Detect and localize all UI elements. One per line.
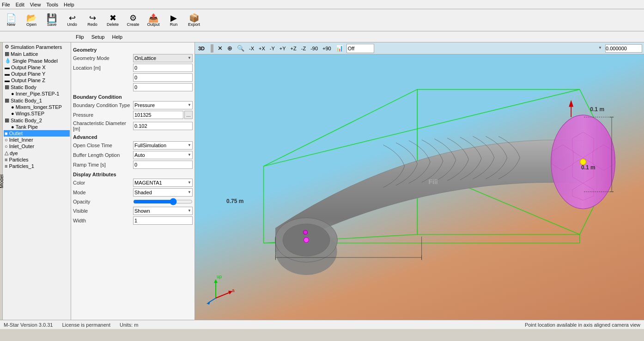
neg-z-view[interactable]: -Z xyxy=(300,45,307,52)
menu-view[interactable]: View xyxy=(30,2,41,7)
create-button[interactable]: ⚙ Create xyxy=(124,11,142,30)
tree-item-inner-pipe[interactable]: ●Inner_Pipe.STEP-1 xyxy=(4,90,70,97)
save-button[interactable]: 💾 Save xyxy=(43,11,61,30)
rotate-90-neg[interactable]: -90 xyxy=(309,45,319,52)
tree-item-particles-1[interactable]: ≡Particles_1 xyxy=(4,163,70,169)
open-close-select[interactable]: FullSimulation xyxy=(133,141,193,150)
secondary-toolbar: Flip Setup Help xyxy=(0,31,644,42)
menu-help[interactable]: Help xyxy=(64,2,74,7)
pos-x-view[interactable]: +X xyxy=(257,45,267,52)
pressure-input[interactable] xyxy=(133,111,183,119)
mode-select[interactable]: Shaded xyxy=(133,188,193,197)
char-diam-label: Characteristic Diameter [m] xyxy=(73,120,133,132)
tree-item-tank-pipe[interactable]: ●Tank Pipe xyxy=(4,124,70,130)
location-x-input[interactable] xyxy=(133,64,193,72)
zoom-icon[interactable]: 🔍 xyxy=(236,44,246,52)
neg-y-view[interactable]: -Y xyxy=(268,45,276,52)
neg-x-view[interactable]: -X xyxy=(248,45,255,52)
tree-item-static-body-2[interactable]: ▦Static Body_2 xyxy=(4,117,70,124)
viewport[interactable]: 3D ✕ ⊕ 🔍 -X +X -Y +Y +Z -Z -90 +90 📊 Off xyxy=(195,42,644,320)
open-close-label: Open Close Time xyxy=(73,143,133,148)
rotate-icon[interactable]: ✕ xyxy=(216,44,224,52)
tree-item-outlet[interactable]: ■Outlet xyxy=(4,130,70,137)
run-button[interactable]: ▶ Run xyxy=(164,11,183,30)
char-diam-input[interactable] xyxy=(133,122,193,130)
bc-type-label: Boundary Condition Type xyxy=(73,102,133,108)
pressure-label: Pressure xyxy=(73,112,133,118)
tree-item-static-body[interactable]: ▦Static Body xyxy=(4,84,70,90)
pan-icon[interactable]: ⊕ xyxy=(226,44,234,52)
location-y-input[interactable] xyxy=(133,73,193,82)
location-z-input[interactable] xyxy=(133,83,193,91)
output-button[interactable]: 📤 Output xyxy=(144,11,163,30)
buffer-length-select[interactable]: Auto xyxy=(133,151,193,159)
export-icon: 📦 xyxy=(189,14,199,22)
tree-item-wings[interactable]: ●Wings.STEP xyxy=(4,110,70,117)
help-button[interactable]: Help xyxy=(110,33,124,41)
pressure-edit-button[interactable]: … xyxy=(184,111,193,119)
tree-label-wings: Wings.STEP xyxy=(16,111,44,116)
view-3d-label[interactable]: 3D xyxy=(197,45,206,52)
delete-icon: ✖ xyxy=(109,14,116,22)
svg-line-7 xyxy=(264,90,418,166)
save-label: Save xyxy=(47,22,57,27)
tree-icon-main-lattice: ▦ xyxy=(5,51,9,57)
delete-button[interactable]: ✖ Delete xyxy=(103,11,122,30)
chart-icon[interactable]: 📊 xyxy=(334,44,345,52)
export-label: Export xyxy=(188,22,200,27)
tree-item-output-z[interactable]: ▬Output Plane Z xyxy=(4,77,70,84)
tree-item-inlet-outer[interactable]: ○Inlet_Outer xyxy=(4,143,70,150)
tree-item-dye[interactable]: △dye xyxy=(4,150,70,156)
tree-item-particles[interactable]: ≡Particles xyxy=(4,156,70,163)
pos-z-view[interactable]: +Z xyxy=(289,45,298,52)
ramp-time-input[interactable] xyxy=(133,161,193,169)
tree-item-main-lattice[interactable]: ▦Main Lattice xyxy=(4,50,70,57)
tree-item-single-phase[interactable]: 💧Single Phase Model xyxy=(4,57,70,64)
tree-item-output-x[interactable]: ▬Output Plane X xyxy=(4,64,70,71)
units-label: Units: m xyxy=(120,322,138,328)
tree-item-static-body-1[interactable]: ▦Static Body_1 xyxy=(4,97,70,104)
opacity-slider[interactable] xyxy=(133,198,193,205)
tree-icon-static-body: ▦ xyxy=(5,84,9,90)
open-button[interactable]: 📂 Open xyxy=(22,11,41,30)
tree-icon-wings: ● xyxy=(11,111,14,116)
create-label: Create xyxy=(127,22,139,27)
tree-icon-particles: ≡ xyxy=(5,157,7,162)
width-row: Width xyxy=(73,216,193,225)
tree-item-sim-params[interactable]: ⚙Simulation Parameters xyxy=(4,43,70,50)
undo-button[interactable]: ↩ Undo xyxy=(63,11,81,30)
export-button[interactable]: 📦 Export xyxy=(185,11,203,30)
flip-button[interactable]: Flip xyxy=(74,33,86,41)
tree-item-output-y[interactable]: ▬Output Plane Y xyxy=(4,71,70,77)
license-label: License is permanent xyxy=(62,322,110,328)
rotate-90-pos[interactable]: +90 xyxy=(321,45,333,52)
setup-button[interactable]: Setup xyxy=(90,33,107,41)
tree-label-inlet-outer: Inlet_Outer xyxy=(9,144,34,149)
svg-marker-30 xyxy=(570,102,573,107)
menu-edit[interactable]: Edit xyxy=(16,2,24,7)
main-area: Model ⚙Simulation Parameters▦Main Lattic… xyxy=(0,42,644,320)
location-z-row xyxy=(73,83,193,91)
tree-icon-inlet-inner: ○ xyxy=(5,137,8,143)
viewport-value-input[interactable] xyxy=(605,44,642,53)
menu-file[interactable]: File xyxy=(2,2,10,7)
color-select[interactable]: MAGENTA1 xyxy=(133,179,193,187)
svg-text:up: up xyxy=(217,274,222,279)
redo-button[interactable]: ↪ Redo xyxy=(83,11,102,30)
tree-item-inlet-inner[interactable]: ○Inlet_Inner xyxy=(4,137,70,143)
geometry-mode-select[interactable]: OnLattice xyxy=(133,54,193,62)
tree-label-outlet: Outlet xyxy=(9,131,23,136)
main-toolbar: 📄 New 📂 Open 💾 Save ↩ Undo ↪ Redo ✖ Dele… xyxy=(0,9,644,31)
new-button[interactable]: 📄 New xyxy=(2,11,20,30)
display-mode-select[interactable]: Off xyxy=(346,44,374,53)
svg-text:a: a xyxy=(232,288,235,293)
visible-label: Visible xyxy=(73,208,133,214)
tree-label-inner-pipe: Inner_Pipe.STEP-1 xyxy=(16,91,60,96)
pos-y-view[interactable]: +Y xyxy=(278,45,287,52)
visible-select[interactable]: Shown xyxy=(133,207,193,215)
bc-type-select[interactable]: Pressure xyxy=(133,101,193,109)
width-input[interactable] xyxy=(133,216,193,225)
redo-icon: ↪ xyxy=(89,14,96,22)
menu-tools[interactable]: Tools xyxy=(46,2,58,7)
tree-item-mixers[interactable]: ●Mixers_longer.STEP xyxy=(4,104,70,110)
